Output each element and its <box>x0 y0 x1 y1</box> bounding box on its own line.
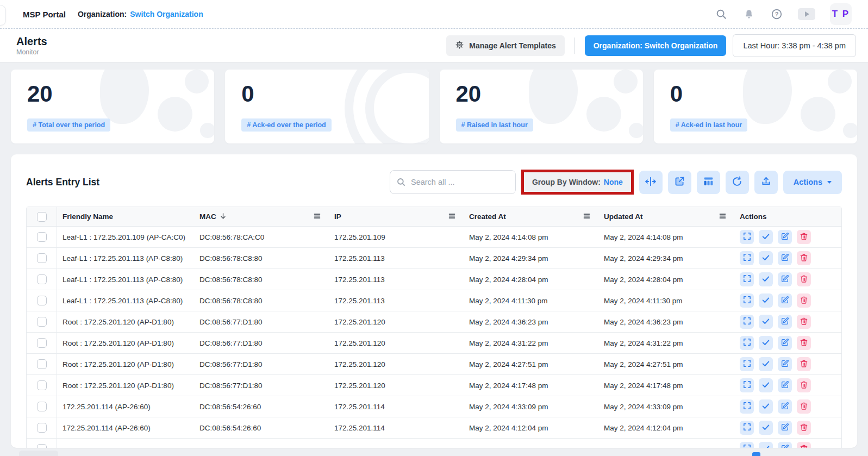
delete-button[interactable] <box>797 293 811 308</box>
column-menu-icon[interactable] <box>448 212 456 222</box>
expand-row-button[interactable] <box>740 336 754 350</box>
acknowledge-button[interactable] <box>759 272 773 286</box>
row-checkbox[interactable] <box>37 359 47 369</box>
sort-desc-icon <box>219 212 227 222</box>
delete-button[interactable] <box>797 442 811 448</box>
expand-row-button[interactable] <box>740 399 754 414</box>
row-checkbox[interactable] <box>37 423 47 433</box>
cell-mac: DC:08:56:78:C8:80 <box>194 276 329 284</box>
cell-created-at: May 2, 2024 4:11:30 pm <box>464 297 598 305</box>
cell-ip: 172.25.201.113 <box>329 297 464 305</box>
edit-button[interactable] <box>778 251 792 265</box>
time-range-button[interactable]: Last Hour: 3:38 pm - 4:38 pm <box>733 34 856 57</box>
edit-button[interactable] <box>778 442 792 448</box>
acknowledge-button[interactable] <box>759 378 773 392</box>
delete-button[interactable] <box>797 230 811 244</box>
manage-alert-templates-button[interactable]: Manage Alert Templates <box>446 35 565 56</box>
edit-button[interactable] <box>778 272 792 286</box>
column-header-mac[interactable]: MAC <box>194 212 329 222</box>
row-checkbox[interactable] <box>37 444 47 448</box>
expand-row-button[interactable] <box>740 315 754 329</box>
edit-button[interactable] <box>778 378 792 392</box>
delete-button[interactable] <box>797 357 811 371</box>
bell-icon[interactable] <box>742 8 755 21</box>
actions-dropdown-button[interactable]: Actions <box>783 171 842 194</box>
cell-ip: 172.25.201.120 <box>329 339 464 347</box>
delete-button[interactable] <box>797 399 811 414</box>
row-checkbox[interactable] <box>37 402 47 411</box>
delete-button[interactable] <box>797 336 811 350</box>
pagination-active-page-partial[interactable] <box>752 452 760 456</box>
expand-icon <box>742 443 752 448</box>
row-checkbox[interactable] <box>37 274 47 284</box>
cell-updated-at: May 2, 2024 4:33:09 pm <box>598 403 734 411</box>
cell-updated-at: May 2, 2024 4:29:34 pm <box>598 254 734 263</box>
acknowledge-button[interactable] <box>759 421 773 435</box>
row-checkbox[interactable] <box>37 232 47 242</box>
organization-scope-button[interactable]: Organization: Switch Organization <box>585 35 727 56</box>
expand-row-button[interactable] <box>740 293 754 308</box>
row-checkbox[interactable] <box>37 338 47 348</box>
resize-columns-button[interactable] <box>639 171 663 194</box>
column-menu-icon[interactable] <box>719 212 727 222</box>
expand-row-button[interactable] <box>740 251 754 265</box>
acknowledge-button[interactable] <box>759 293 773 308</box>
expand-row-button[interactable] <box>740 378 754 392</box>
edit-button[interactable] <box>778 357 792 371</box>
delete-button[interactable] <box>797 421 811 435</box>
help-icon[interactable]: ? <box>770 8 783 21</box>
acknowledge-button[interactable] <box>759 336 773 350</box>
row-checkbox-cell <box>27 375 57 396</box>
switch-organization-link[interactable]: Switch Organization <box>130 10 203 18</box>
delete-button[interactable] <box>797 315 811 329</box>
acknowledge-button[interactable] <box>759 399 773 414</box>
edit-button[interactable] <box>778 230 792 244</box>
stat-card-raised-last-hour: 20 # Raised in last hour <box>440 70 643 143</box>
expand-row-button[interactable] <box>740 442 754 448</box>
select-all-checkbox[interactable] <box>37 212 47 222</box>
column-menu-icon[interactable] <box>583 212 591 222</box>
column-header-ip[interactable]: IP <box>329 212 464 222</box>
check-icon <box>761 274 770 285</box>
edit-button[interactable] <box>778 399 792 414</box>
cell-updated-at: May 2, 2024 4:12:04 pm <box>598 424 734 432</box>
search-icon[interactable] <box>715 8 728 21</box>
expand-row-button[interactable] <box>740 230 754 244</box>
delete-button[interactable] <box>797 378 811 392</box>
acknowledge-button[interactable] <box>759 251 773 265</box>
expand-icon <box>742 380 752 391</box>
column-header-friendly-name[interactable]: Friendly Name <box>57 213 194 221</box>
row-checkbox[interactable] <box>37 296 47 305</box>
annotation-highlight-box: Group By Window: None <box>521 170 634 195</box>
row-checkbox[interactable] <box>37 317 47 327</box>
column-header-updated-at[interactable]: Updated At <box>598 212 734 222</box>
expand-row-button[interactable] <box>740 272 754 286</box>
column-settings-button[interactable] <box>697 171 720 194</box>
delete-button[interactable] <box>797 272 811 286</box>
row-checkbox[interactable] <box>37 253 47 263</box>
user-avatar[interactable]: T P <box>830 3 852 25</box>
page-size-selector-partial[interactable] <box>19 451 58 456</box>
acknowledge-button[interactable] <box>759 230 773 244</box>
expand-row-button[interactable] <box>740 421 754 435</box>
acknowledge-button[interactable] <box>759 357 773 371</box>
column-menu-icon[interactable] <box>313 212 321 222</box>
open-in-new-window-button[interactable] <box>668 171 691 194</box>
group-by-window-button[interactable]: Group By Window: None <box>524 172 631 192</box>
row-checkbox[interactable] <box>37 380 47 390</box>
edit-button[interactable] <box>778 421 792 435</box>
sidebar-collapse-tab[interactable] <box>0 5 6 26</box>
edit-button[interactable] <box>778 293 792 308</box>
acknowledge-button[interactable] <box>759 315 773 329</box>
refresh-button[interactable] <box>726 171 749 194</box>
edit-button[interactable] <box>778 315 792 329</box>
acknowledge-button[interactable] <box>759 442 773 448</box>
edit-button[interactable] <box>778 336 792 350</box>
search-input[interactable] <box>390 170 516 194</box>
export-button[interactable] <box>754 171 778 194</box>
delete-button[interactable] <box>797 251 811 265</box>
video-tutorial-icon[interactable] <box>798 8 815 20</box>
column-header-created-at[interactable]: Created At <box>464 212 598 222</box>
expand-row-button[interactable] <box>740 357 754 371</box>
org-switcher: Organization: Switch Organization <box>78 10 203 18</box>
